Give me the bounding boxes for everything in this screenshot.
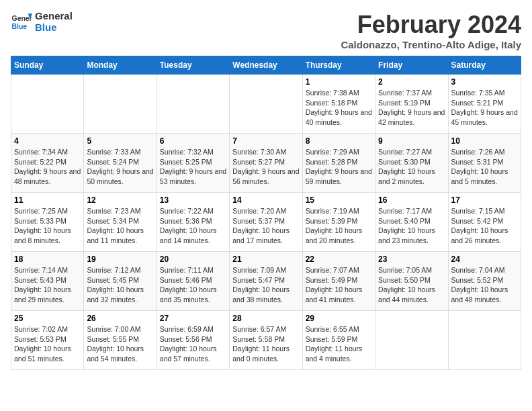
day-info: Sunrise: 7:20 AM Sunset: 5:37 PM Dayligh… (232, 206, 299, 246)
day-number: 15 (306, 195, 372, 205)
day-info: Sunrise: 7:30 AM Sunset: 5:27 PM Dayligh… (232, 147, 299, 187)
day-number: 25 (14, 314, 81, 323)
calendar-cell: 18Sunrise: 7:14 AM Sunset: 5:43 PM Dayli… (11, 252, 84, 311)
day-number: 2 (378, 77, 445, 87)
day-info: Sunrise: 7:29 AM Sunset: 5:28 PM Dayligh… (306, 147, 372, 187)
day-info: Sunrise: 7:35 AM Sunset: 5:21 PM Dayligh… (451, 88, 518, 128)
day-number: 6 (160, 136, 226, 146)
calendar-body: 1Sunrise: 7:38 AM Sunset: 5:18 PM Daylig… (11, 75, 521, 370)
day-info: Sunrise: 7:19 AM Sunset: 5:39 PM Dayligh… (306, 206, 372, 246)
location-subtitle: Caldonazzo, Trentino-Alto Adige, Italy (341, 39, 521, 50)
day-number: 18 (14, 255, 81, 264)
day-number: 27 (160, 314, 226, 323)
calendar-cell: 11Sunrise: 7:25 AM Sunset: 5:33 PM Dayli… (11, 193, 84, 252)
weekday-header-saturday: Saturday (448, 56, 521, 75)
calendar-cell: 7Sunrise: 7:30 AM Sunset: 5:27 PM Daylig… (230, 134, 302, 193)
month-title: February 2024 (341, 11, 521, 39)
day-info: Sunrise: 7:05 AM Sunset: 5:50 PM Dayligh… (378, 265, 445, 305)
day-number: 29 (306, 314, 372, 323)
calendar-cell: 28Sunrise: 6:57 AM Sunset: 5:58 PM Dayli… (230, 311, 302, 370)
calendar-cell (448, 311, 521, 370)
day-number: 4 (14, 136, 81, 146)
calendar-cell: 23Sunrise: 7:05 AM Sunset: 5:50 PM Dayli… (375, 252, 448, 311)
calendar-cell: 29Sunrise: 6:55 AM Sunset: 5:59 PM Dayli… (302, 311, 375, 370)
calendar-cell: 8Sunrise: 7:29 AM Sunset: 5:28 PM Daylig… (302, 134, 375, 193)
calendar-cell (84, 75, 157, 134)
day-number: 3 (451, 77, 518, 87)
calendar-week-row: 18Sunrise: 7:14 AM Sunset: 5:43 PM Dayli… (11, 252, 521, 311)
weekday-header-tuesday: Tuesday (157, 56, 229, 75)
calendar-cell: 17Sunrise: 7:15 AM Sunset: 5:42 PM Dayli… (448, 193, 521, 252)
day-info: Sunrise: 7:11 AM Sunset: 5:46 PM Dayligh… (160, 265, 226, 305)
calendar-cell: 2Sunrise: 7:37 AM Sunset: 5:19 PM Daylig… (375, 75, 448, 134)
day-info: Sunrise: 7:26 AM Sunset: 5:31 PM Dayligh… (451, 147, 518, 187)
calendar-cell: 21Sunrise: 7:09 AM Sunset: 5:47 PM Dayli… (230, 252, 302, 311)
day-info: Sunrise: 6:59 AM Sunset: 5:56 PM Dayligh… (160, 324, 226, 364)
calendar-week-row: 4Sunrise: 7:34 AM Sunset: 5:22 PM Daylig… (11, 134, 521, 193)
calendar-cell: 15Sunrise: 7:19 AM Sunset: 5:39 PM Dayli… (302, 193, 375, 252)
day-number: 28 (232, 314, 299, 323)
calendar-cell: 19Sunrise: 7:12 AM Sunset: 5:45 PM Dayli… (84, 252, 157, 311)
day-number: 23 (378, 255, 445, 264)
day-info: Sunrise: 7:04 AM Sunset: 5:52 PM Dayligh… (451, 265, 518, 305)
calendar-cell: 10Sunrise: 7:26 AM Sunset: 5:31 PM Dayli… (448, 134, 521, 193)
day-info: Sunrise: 7:14 AM Sunset: 5:43 PM Dayligh… (14, 265, 81, 305)
calendar-cell: 25Sunrise: 7:02 AM Sunset: 5:53 PM Dayli… (11, 311, 84, 370)
day-number: 11 (14, 195, 81, 205)
calendar-cell: 13Sunrise: 7:22 AM Sunset: 5:36 PM Dayli… (157, 193, 229, 252)
day-info: Sunrise: 7:22 AM Sunset: 5:36 PM Dayligh… (160, 206, 226, 246)
calendar-week-row: 25Sunrise: 7:02 AM Sunset: 5:53 PM Dayli… (11, 311, 521, 370)
page-header: General Blue General Blue February 2024 … (11, 11, 521, 50)
day-number: 13 (160, 195, 226, 205)
day-number: 20 (160, 255, 226, 264)
calendar-cell: 4Sunrise: 7:34 AM Sunset: 5:22 PM Daylig… (11, 134, 84, 193)
calendar-cell (157, 75, 229, 134)
day-info: Sunrise: 6:57 AM Sunset: 5:58 PM Dayligh… (232, 324, 299, 364)
weekday-header-wednesday: Wednesday (230, 56, 302, 75)
calendar-cell: 16Sunrise: 7:17 AM Sunset: 5:40 PM Dayli… (375, 193, 448, 252)
day-number: 22 (306, 255, 372, 264)
day-info: Sunrise: 7:34 AM Sunset: 5:22 PM Dayligh… (14, 147, 81, 187)
calendar-cell (375, 311, 448, 370)
day-number: 12 (87, 195, 153, 205)
calendar-cell: 22Sunrise: 7:07 AM Sunset: 5:49 PM Dayli… (302, 252, 375, 311)
calendar-cell (230, 75, 302, 134)
day-info: Sunrise: 7:27 AM Sunset: 5:30 PM Dayligh… (378, 147, 445, 187)
weekday-header-friday: Friday (375, 56, 448, 75)
day-info: Sunrise: 6:55 AM Sunset: 5:59 PM Dayligh… (306, 324, 372, 364)
day-info: Sunrise: 7:32 AM Sunset: 5:25 PM Dayligh… (160, 147, 226, 187)
day-info: Sunrise: 7:37 AM Sunset: 5:19 PM Dayligh… (378, 88, 445, 128)
calendar-cell: 26Sunrise: 7:00 AM Sunset: 5:55 PM Dayli… (84, 311, 157, 370)
title-area: February 2024 Caldonazzo, Trentino-Alto … (341, 11, 521, 50)
calendar-cell: 9Sunrise: 7:27 AM Sunset: 5:30 PM Daylig… (375, 134, 448, 193)
day-info: Sunrise: 7:02 AM Sunset: 5:53 PM Dayligh… (14, 324, 81, 364)
logo-general: General (35, 11, 73, 22)
svg-text:Blue: Blue (12, 22, 28, 30)
day-number: 17 (451, 195, 518, 205)
day-number: 21 (232, 255, 299, 264)
day-number: 10 (451, 136, 518, 146)
day-info: Sunrise: 7:09 AM Sunset: 5:47 PM Dayligh… (232, 265, 299, 305)
calendar-cell: 12Sunrise: 7:23 AM Sunset: 5:34 PM Dayli… (84, 193, 157, 252)
day-info: Sunrise: 7:00 AM Sunset: 5:55 PM Dayligh… (87, 324, 153, 364)
calendar-header: SundayMondayTuesdayWednesdayThursdayFrid… (11, 56, 521, 75)
day-number: 24 (451, 255, 518, 264)
calendar-cell (11, 75, 84, 134)
day-info: Sunrise: 7:07 AM Sunset: 5:49 PM Dayligh… (306, 265, 372, 305)
day-info: Sunrise: 7:15 AM Sunset: 5:42 PM Dayligh… (451, 206, 518, 246)
day-number: 8 (306, 136, 372, 146)
weekday-header-thursday: Thursday (302, 56, 375, 75)
logo-icon: General Blue (11, 11, 32, 33)
weekday-header-sunday: Sunday (11, 56, 84, 75)
day-info: Sunrise: 7:23 AM Sunset: 5:34 PM Dayligh… (87, 206, 153, 246)
day-info: Sunrise: 7:25 AM Sunset: 5:33 PM Dayligh… (14, 206, 81, 246)
day-info: Sunrise: 7:38 AM Sunset: 5:18 PM Dayligh… (306, 88, 372, 128)
calendar-cell: 14Sunrise: 7:20 AM Sunset: 5:37 PM Dayli… (230, 193, 302, 252)
logo: General Blue General Blue (11, 11, 73, 33)
day-number: 16 (378, 195, 445, 205)
day-number: 9 (378, 136, 445, 146)
day-number: 19 (87, 255, 153, 264)
day-info: Sunrise: 7:12 AM Sunset: 5:45 PM Dayligh… (87, 265, 153, 305)
day-number: 7 (232, 136, 299, 146)
calendar-week-row: 11Sunrise: 7:25 AM Sunset: 5:33 PM Dayli… (11, 193, 521, 252)
